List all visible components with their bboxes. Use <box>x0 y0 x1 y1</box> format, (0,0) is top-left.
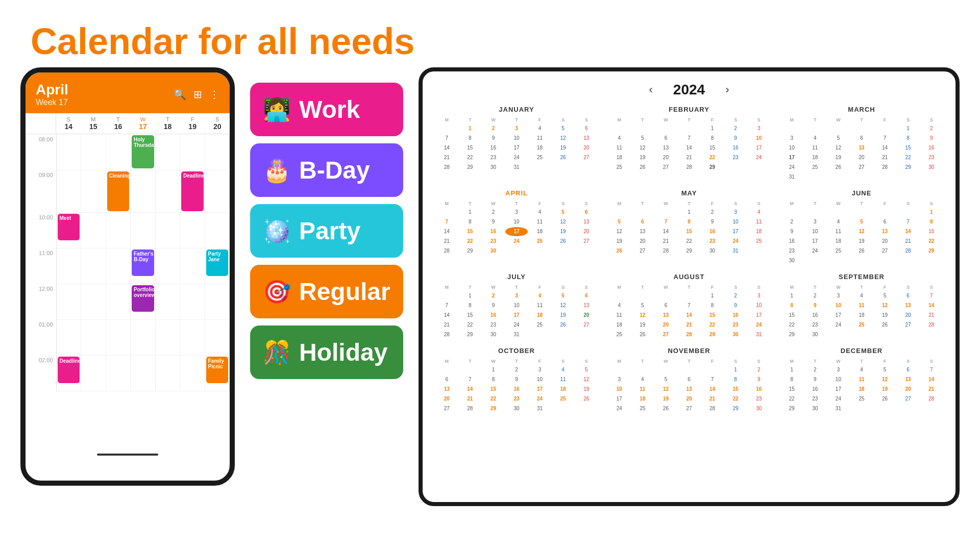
cal-day[interactable]: 4 <box>850 365 873 374</box>
more-icon[interactable]: ⋮ <box>209 88 219 101</box>
cal-day[interactable]: 13 <box>897 375 920 384</box>
cal-day[interactable]: 1 <box>459 124 482 133</box>
cal-day[interactable]: 22 <box>897 153 920 162</box>
calendar-event[interactable]: Holy Thursday <box>132 135 154 168</box>
cal-day[interactable]: 29 <box>920 246 943 256</box>
cal-day[interactable]: 19 <box>850 237 873 246</box>
cal-day[interactable]: 23 <box>804 320 827 330</box>
cal-day[interactable]: 25 <box>608 330 631 339</box>
cal-day[interactable]: 19 <box>631 320 654 330</box>
cal-day[interactable]: 15 <box>678 227 701 236</box>
cal-day[interactable]: 11 <box>747 217 770 227</box>
cal-day[interactable]: 14 <box>897 227 920 236</box>
cal-day[interactable]: 10 <box>505 217 528 227</box>
prev-year-btn[interactable]: ‹ <box>649 83 653 96</box>
cal-day[interactable]: 28 <box>678 163 701 172</box>
cal-day[interactable]: 2 <box>780 217 803 227</box>
cal-day[interactable]: 10 <box>505 134 528 143</box>
cal-day[interactable]: 18 <box>608 153 631 162</box>
cal-day[interactable]: 18 <box>850 385 873 394</box>
cal-day[interactable]: 26 <box>608 246 631 256</box>
cal-day[interactable]: 1 <box>482 365 505 374</box>
cal-day[interactable]: 15 <box>701 311 724 320</box>
cal-day[interactable]: 19 <box>552 311 575 320</box>
cal-day[interactable]: 26 <box>873 320 896 330</box>
cal-day[interactable]: 19 <box>873 385 896 394</box>
cal-day[interactable]: 5 <box>608 217 631 227</box>
cal-day[interactable]: 4 <box>528 124 551 133</box>
cal-day[interactable]: 7 <box>920 365 943 374</box>
cal-day[interactable]: 16 <box>505 385 528 394</box>
cal-day[interactable]: 20 <box>654 320 677 330</box>
cal-day[interactable]: 20 <box>678 394 701 404</box>
cal-day[interactable]: 25 <box>608 163 631 172</box>
cal-day[interactable]: 14 <box>920 301 943 310</box>
cal-day[interactable]: 14 <box>701 385 724 394</box>
cal-day[interactable]: 21 <box>897 237 920 246</box>
cal-day[interactable]: 9 <box>780 227 803 236</box>
cal-day[interactable]: 26 <box>552 320 575 330</box>
cal-day[interactable]: 13 <box>654 311 677 320</box>
cal-day[interactable]: 18 <box>747 227 770 236</box>
cal-day[interactable]: 17 <box>608 394 631 404</box>
cal-day[interactable]: 27 <box>897 320 920 330</box>
cal-day[interactable]: 22 <box>780 320 803 330</box>
cal-day[interactable]: 4 <box>747 208 770 217</box>
cal-day[interactable]: 16 <box>701 227 724 236</box>
cal-day[interactable]: 4 <box>804 134 827 143</box>
cal-day[interactable]: 5 <box>631 134 654 143</box>
cal-day[interactable]: 5 <box>850 217 873 227</box>
cal-day[interactable]: 2 <box>804 291 827 300</box>
cal-day[interactable]: 13 <box>654 143 677 153</box>
cal-day[interactable]: 11 <box>528 301 551 310</box>
cal-day[interactable]: 14 <box>873 143 896 153</box>
cal-day[interactable]: 15 <box>897 143 920 153</box>
cal-day[interactable]: 4 <box>827 217 850 227</box>
cal-day[interactable]: 2 <box>482 291 505 300</box>
cal-day[interactable]: 11 <box>850 375 873 384</box>
cal-day[interactable]: 14 <box>678 311 701 320</box>
cal-day[interactable]: 24 <box>804 246 827 256</box>
cal-day[interactable]: 12 <box>552 134 575 143</box>
cal-day[interactable]: 29 <box>459 246 482 256</box>
cal-day[interactable]: 20 <box>654 153 677 162</box>
cal-day[interactable]: 27 <box>575 237 598 246</box>
cal-day[interactable]: 1 <box>897 124 920 133</box>
cal-day[interactable]: 15 <box>724 385 747 394</box>
cal-day[interactable]: 11 <box>631 385 654 394</box>
cal-day[interactable]: 7 <box>678 301 701 310</box>
cal-day[interactable]: 29 <box>724 404 747 413</box>
cal-day[interactable]: 30 <box>701 246 724 256</box>
cal-day[interactable]: 9 <box>505 375 528 384</box>
cal-day[interactable]: 25 <box>747 237 770 246</box>
cal-day[interactable]: 11 <box>528 134 551 143</box>
cal-day[interactable]: 8 <box>701 134 724 143</box>
cal-day[interactable]: 26 <box>654 404 677 413</box>
cal-day[interactable]: 16 <box>804 311 827 320</box>
cal-day[interactable]: 20 <box>575 143 598 153</box>
cal-day[interactable]: 3 <box>528 365 551 374</box>
cal-day[interactable]: 30 <box>724 330 747 339</box>
cal-day[interactable]: 28 <box>873 163 896 172</box>
cal-day[interactable]: 3 <box>747 124 770 133</box>
cal-day[interactable]: 15 <box>701 143 724 153</box>
cal-day[interactable]: 4 <box>552 365 575 374</box>
cat-card-bday[interactable]: 🎂 B-Day <box>250 143 403 197</box>
cal-day[interactable]: 5 <box>873 365 896 374</box>
cal-day[interactable]: 20 <box>435 394 458 404</box>
cal-day[interactable]: 31 <box>724 246 747 256</box>
cal-day[interactable]: 14 <box>920 375 943 384</box>
cal-day[interactable]: 8 <box>920 217 943 227</box>
cal-day[interactable]: 6 <box>575 124 598 133</box>
cal-day[interactable]: 28 <box>435 330 458 339</box>
cal-day[interactable]: 28 <box>435 246 458 256</box>
cal-day[interactable]: 29 <box>459 163 482 172</box>
cal-day[interactable]: 5 <box>552 291 575 300</box>
cal-day[interactable]: 24 <box>528 394 551 404</box>
cal-day[interactable]: 19 <box>873 311 896 320</box>
cal-day[interactable]: 8 <box>459 217 482 227</box>
cal-day[interactable]: 25 <box>804 163 827 172</box>
cal-day[interactable]: 7 <box>435 134 458 143</box>
cal-day[interactable]: 27 <box>575 320 598 330</box>
cal-day[interactable]: 27 <box>654 163 677 172</box>
